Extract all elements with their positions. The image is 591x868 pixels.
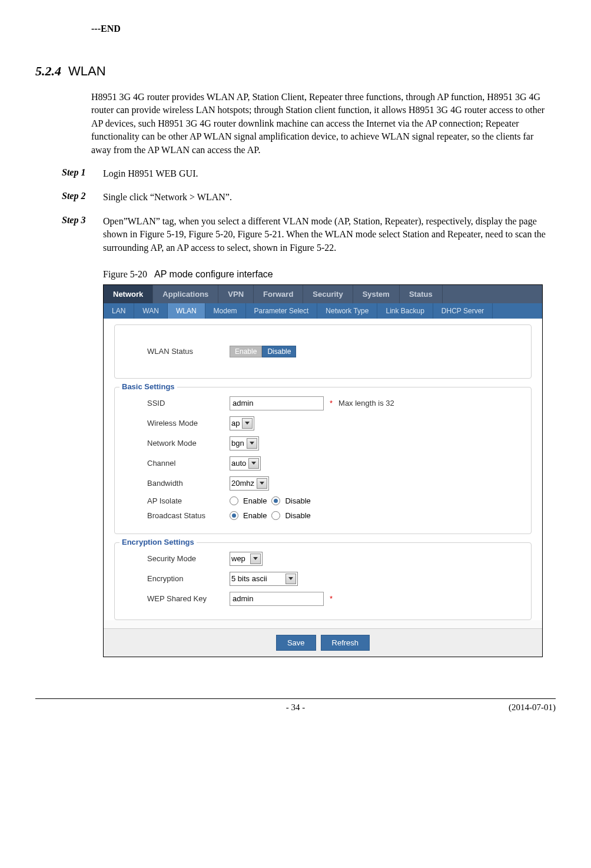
- step-2: Step 2 Single click “Network > WLAN”.: [62, 191, 556, 204]
- end-marker: ---END: [91, 24, 556, 34]
- sub-tabs: LAN WAN WLAN Modem Parameter Select Netw…: [104, 303, 542, 319]
- ssid-input[interactable]: [230, 396, 324, 410]
- ap-isolate-disable-radio[interactable]: [271, 496, 280, 505]
- subtab-modem[interactable]: Modem: [205, 303, 246, 319]
- network-mode-select[interactable]: bgn: [230, 436, 259, 450]
- wlan-status-toggle[interactable]: Enable Disable: [230, 346, 296, 357]
- encryption-type-value: 5 bits ascii: [231, 574, 267, 583]
- tab-vpn[interactable]: VPN: [218, 285, 254, 303]
- encryption-settings-panel: Encryption Settings Security Mode wep En…: [114, 542, 532, 620]
- step-text: Login H8951 WEB GUI.: [103, 167, 550, 180]
- page-number: - 34 -: [286, 703, 306, 713]
- broadcast-label: Broadcast Status: [147, 511, 230, 520]
- basic-settings-panel: Basic Settings SSID * Max length is 32 W…: [114, 387, 532, 534]
- figure-label: Figure 5-20: [103, 269, 147, 279]
- ap-isolate-enable-radio[interactable]: [230, 496, 238, 505]
- wep-key-input[interactable]: [230, 592, 324, 606]
- footer-date: (2014-07-01): [509, 703, 556, 713]
- action-bar: Save Refresh: [104, 628, 542, 657]
- tab-system[interactable]: System: [353, 285, 400, 303]
- subtab-dhcp-server[interactable]: DHCP Server: [433, 303, 493, 319]
- channel-value: auto: [231, 459, 246, 468]
- wireless-mode-value: ap: [231, 419, 240, 428]
- section-heading: 5.2.4 WLAN: [35, 64, 556, 79]
- tab-security[interactable]: Security: [303, 285, 353, 303]
- bandwidth-value: 20mhz: [231, 479, 254, 488]
- save-button[interactable]: Save: [276, 635, 316, 651]
- ap-isolate-enable-label: Enable: [243, 496, 267, 505]
- broadcast-disable-radio[interactable]: [271, 511, 280, 520]
- bandwidth-label: Bandwidth: [147, 479, 230, 488]
- tab-applications[interactable]: Applications: [153, 285, 218, 303]
- subtab-wan[interactable]: WAN: [134, 303, 168, 319]
- security-mode-label: Security Mode: [147, 554, 230, 563]
- subtab-lan[interactable]: LAN: [104, 303, 134, 319]
- subtab-wlan[interactable]: WLAN: [168, 303, 205, 319]
- encryption-type-select[interactable]: 5 bits ascii: [230, 572, 298, 586]
- subtab-link-backup[interactable]: Link Backup: [377, 303, 433, 319]
- security-mode-select[interactable]: wep: [230, 552, 263, 566]
- step-1: Step 1 Login H8951 WEB GUI.: [62, 167, 556, 180]
- wlan-status-enable[interactable]: Enable: [230, 346, 262, 357]
- section-number: 5.2.4: [35, 64, 61, 78]
- main-tabs: Network Applications VPN Forward Securit…: [104, 285, 542, 303]
- channel-select[interactable]: auto: [230, 456, 261, 471]
- security-mode-value: wep: [231, 554, 245, 563]
- wireless-mode-select[interactable]: ap: [230, 416, 254, 430]
- step-label: Step 3: [62, 215, 103, 254]
- chevron-down-icon: [242, 418, 253, 429]
- required-asterisk: *: [330, 399, 333, 408]
- required-asterisk: *: [330, 594, 333, 603]
- encryption-settings-title: Encryption Settings: [119, 538, 197, 546]
- refresh-button[interactable]: Refresh: [321, 635, 370, 651]
- ap-isolate-disable-label: Disable: [285, 496, 310, 505]
- ap-isolate-label: AP Isolate: [147, 496, 230, 505]
- chevron-down-icon: [250, 554, 261, 564]
- step-text: Single click “Network > WLAN”.: [103, 191, 550, 204]
- network-mode-value: bgn: [231, 439, 244, 448]
- network-mode-label: Network Mode: [147, 439, 230, 448]
- step-3: Step 3 Open”WLAN” tag, when you select a…: [62, 215, 556, 254]
- chevron-down-icon: [247, 438, 257, 449]
- basic-settings-title: Basic Settings: [119, 382, 177, 391]
- tab-forward[interactable]: Forward: [254, 285, 303, 303]
- ssid-hint: Max length is 32: [338, 399, 394, 408]
- wep-key-label: WEP Shared Key: [147, 594, 230, 603]
- subtab-parameter-select[interactable]: Parameter Select: [246, 303, 318, 319]
- wireless-mode-label: Wireless Mode: [147, 419, 230, 428]
- step-text: Open”WLAN” tag, when you select a differ…: [103, 215, 550, 254]
- wlan-status-panel: WLAN Status Enable Disable: [114, 324, 532, 379]
- subtab-network-type[interactable]: Network Type: [317, 303, 377, 319]
- ssid-label: SSID: [147, 399, 230, 408]
- intro-paragraph: H8951 3G 4G router provides WLAN AP, Sta…: [91, 91, 550, 157]
- chevron-down-icon: [248, 458, 259, 469]
- tab-status[interactable]: Status: [400, 285, 443, 303]
- section-title: WLAN: [68, 64, 106, 78]
- broadcast-enable-radio[interactable]: [230, 511, 238, 520]
- channel-label: Channel: [147, 459, 230, 468]
- broadcast-disable-label: Disable: [285, 511, 310, 520]
- encryption-type-label: Encryption: [147, 574, 230, 583]
- chevron-down-icon: [257, 478, 267, 489]
- figure-title: AP mode configure interface: [154, 269, 273, 279]
- chevron-down-icon: [285, 574, 296, 584]
- broadcast-enable-label: Enable: [243, 511, 267, 520]
- step-label: Step 2: [62, 191, 103, 204]
- router-ui-screenshot: Network Applications VPN Forward Securit…: [103, 284, 543, 657]
- page-footer: - 34 - (2014-07-01): [35, 698, 556, 713]
- wlan-status-label: WLAN Status: [147, 347, 230, 356]
- tab-network[interactable]: Network: [104, 285, 153, 303]
- step-label: Step 1: [62, 167, 103, 180]
- figure-caption: Figure 5-20 AP mode configure interface: [103, 269, 556, 280]
- bandwidth-select[interactable]: 20mhz: [230, 476, 269, 491]
- wlan-status-disable[interactable]: Disable: [262, 346, 296, 357]
